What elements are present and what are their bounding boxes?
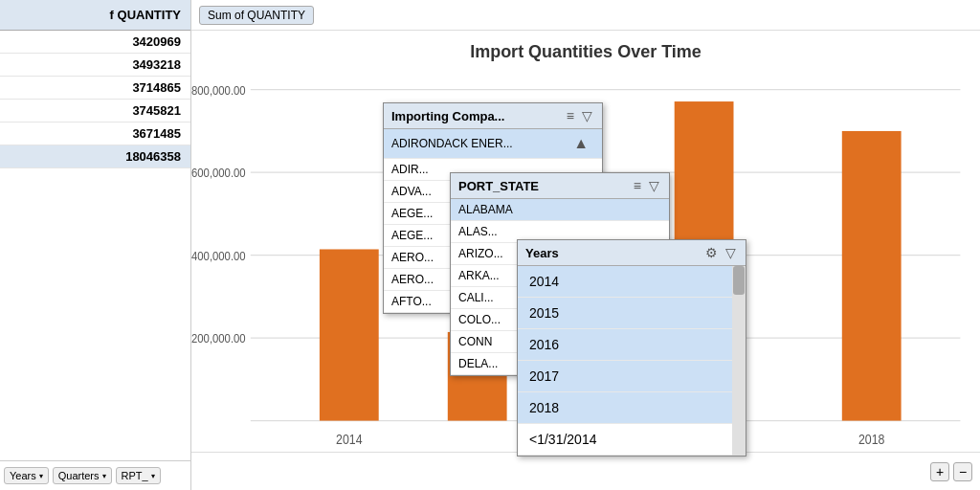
svg-text:3,400,000.00: 3,400,000.00 [191, 249, 246, 263]
sum-of-quantity-button[interactable]: Sum of QUANTITY [199, 6, 314, 25]
caret-icon: ▾ [102, 472, 106, 480]
years-item[interactable]: 2017 [518, 361, 732, 392]
footer-pill-quarters[interactable]: Quarters▾ [53, 467, 112, 484]
years-item[interactable]: 2014 [518, 266, 732, 298]
footer-pill-years[interactable]: Years▾ [4, 467, 49, 484]
years-scroll-area: 20142015201620172018<1/31/2014 [518, 266, 746, 456]
caret-icon: ▾ [39, 472, 43, 480]
filter-icon-yr[interactable]: ▽ [724, 245, 738, 260]
footer-pills: Years▾Quarters▾RPT_▾ [0, 460, 190, 490]
zoom-out-button[interactable]: − [953, 462, 972, 481]
quantity-row: 3714865 [0, 77, 190, 100]
quantity-row: 3745821 [0, 100, 190, 122]
pill-label: Years [10, 470, 36, 481]
quantity-row: 3420969 [0, 31, 190, 54]
svg-text:2018: 2018 [858, 432, 884, 447]
pill-label: Quarters [58, 470, 100, 481]
pill-label: RPT_ [122, 470, 148, 481]
svg-text:2014: 2014 [336, 432, 363, 447]
sort-icon[interactable]: ≡ [565, 108, 576, 123]
years-item[interactable]: 2018 [518, 392, 732, 424]
bar-2018[interactable] [842, 131, 902, 421]
years-header: Years ⚙ ▽ [518, 240, 746, 266]
chart-title: Import Quantities Over Time [191, 31, 980, 66]
chart-area: Import Quantities Over Time 3,800,000.00… [191, 31, 980, 490]
zoom-controls: + − [930, 462, 972, 481]
years-item[interactable]: 2016 [518, 329, 732, 361]
quantity-row: 3493218 [0, 54, 190, 77]
svg-text:3,600,000.00: 3,600,000.00 [191, 166, 246, 180]
years-dropdown: Years ⚙ ▽ 20142015201620172018<1/31/2014 [517, 239, 746, 457]
top-bar: Sum of QUANTITY [191, 0, 980, 31]
sort-icon-yr[interactable]: ⚙ [703, 245, 720, 260]
port-state-icons: ≡ ▽ [632, 178, 661, 193]
axis-bar: + − [191, 452, 980, 490]
quantity-column-header: f QUANTITY [0, 0, 190, 31]
zoom-in-button[interactable]: + [930, 462, 949, 481]
importing-company-header: Importing Compa... ≡ ▽ [384, 103, 602, 129]
sort-icon-ps[interactable]: ≡ [632, 178, 643, 193]
portstate-item[interactable]: ALABAMA [451, 199, 669, 221]
footer-pill-rpt_[interactable]: RPT_▾ [116, 467, 161, 484]
quantity-row: 18046358 [0, 145, 190, 168]
bar-2014[interactable] [320, 249, 379, 420]
port-state-title: PORT_STATE [458, 179, 539, 193]
filter-icon-ps[interactable]: ▽ [647, 178, 661, 193]
left-table-panel: f QUANTITY 34209693493218371486537458213… [0, 0, 191, 490]
years-scrollbar[interactable] [732, 266, 746, 456]
importing-company-icons: ≡ ▽ [565, 108, 594, 123]
filter-icon[interactable]: ▽ [580, 108, 594, 123]
importing-company-title: Importing Compa... [391, 109, 504, 123]
main-chart-area: Sum of QUANTITY Import Quantities Over T… [191, 0, 980, 490]
years-item[interactable]: <1/31/2014 [518, 424, 732, 456]
svg-text:3,200,000.00: 3,200,000.00 [191, 331, 246, 345]
quantity-row: 3671485 [0, 122, 190, 145]
years-item[interactable]: 2015 [518, 298, 732, 329]
importing-item[interactable]: ADIRONDACK ENER...▲ [384, 129, 602, 159]
years-title: Years [525, 246, 559, 260]
port-state-header: PORT_STATE ≡ ▽ [451, 173, 669, 199]
caret-icon: ▾ [151, 472, 155, 480]
years-scrollbar-thumb[interactable] [733, 266, 745, 295]
scroll-up-icon[interactable]: ▲ [568, 133, 594, 154]
svg-text:3,800,000.00: 3,800,000.00 [191, 83, 246, 98]
years-icons: ⚙ ▽ [703, 245, 738, 260]
